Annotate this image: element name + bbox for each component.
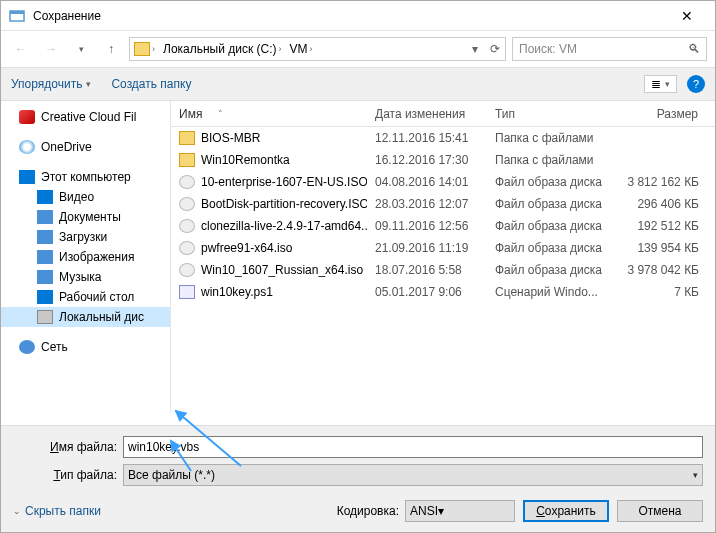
refresh-button[interactable]: ⟳ xyxy=(485,42,505,56)
recent-dropdown[interactable]: ▾ xyxy=(69,37,93,61)
close-button[interactable]: ✕ xyxy=(667,8,707,24)
file-type: Файл образа диска xyxy=(487,175,619,189)
file-row[interactable]: pwfree91-x64.iso21.09.2016 11:19Файл обр… xyxy=(171,237,715,259)
sidebar-item[interactable]: Видео xyxy=(1,187,170,207)
address-bar[interactable]: › Локальный диск (C:) › VM › ▾ ⟳ xyxy=(129,37,506,61)
sidebar-item[interactable]: Изображения xyxy=(1,247,170,267)
sidebar-item-label: Музыка xyxy=(59,270,101,284)
col-date[interactable]: Дата изменения xyxy=(367,107,487,121)
file-size: 7 КБ xyxy=(619,285,707,299)
file-name: Win10Remontka xyxy=(201,153,290,167)
vid-icon xyxy=(37,190,53,204)
file-icon xyxy=(179,285,195,299)
sidebar-item[interactable]: Документы xyxy=(1,207,170,227)
file-date: 28.03.2016 12:07 xyxy=(367,197,487,211)
sidebar-item[interactable]: Загрузки xyxy=(1,227,170,247)
svg-rect-1 xyxy=(10,11,24,14)
file-type: Файл образа диска xyxy=(487,263,619,277)
file-name: BootDisk-partition-recovery.ISO xyxy=(201,197,367,211)
file-type: Папка с файлами xyxy=(487,153,619,167)
file-name: pwfree91-x64.iso xyxy=(201,241,292,255)
breadcrumb-seg-0[interactable]: Локальный диск (C:) › xyxy=(159,38,286,60)
new-folder-button[interactable]: Создать папку xyxy=(111,77,191,91)
file-row[interactable]: Win10Remontka16.12.2016 17:30Папка с фай… xyxy=(171,149,715,171)
file-type: Папка с файлами xyxy=(487,131,619,145)
filetype-label: Тип файла: xyxy=(13,468,123,482)
cancel-button[interactable]: Отмена xyxy=(617,500,703,522)
address-dropdown[interactable]: ▾ xyxy=(465,42,485,56)
sidebar-item[interactable]: OneDrive xyxy=(1,137,170,157)
net-icon xyxy=(19,340,35,354)
file-date: 21.09.2016 11:19 xyxy=(367,241,487,255)
sidebar-item-label: Этот компьютер xyxy=(41,170,131,184)
organize-menu[interactable]: Упорядочить ▾ xyxy=(11,77,91,91)
drive-icon xyxy=(134,42,150,56)
col-name[interactable]: Имя ˄ xyxy=(171,107,367,121)
sort-indicator-icon: ˄ xyxy=(218,109,223,119)
title-bar: Сохранение ✕ xyxy=(1,1,715,31)
file-name: win10key.ps1 xyxy=(201,285,273,299)
sidebar-item-label: Загрузки xyxy=(59,230,107,244)
sidebar-item[interactable]: Этот компьютер xyxy=(1,167,170,187)
encoding-combo[interactable]: ANSI ▾ xyxy=(405,500,515,522)
img-icon xyxy=(37,250,53,264)
search-icon: 🔍︎ xyxy=(688,42,700,56)
file-name: 10-enterprise-1607-EN-US.ISO xyxy=(201,175,367,189)
file-icon xyxy=(179,263,195,277)
file-size: 3 812 162 КБ xyxy=(619,175,707,189)
up-button[interactable]: ↑ xyxy=(99,37,123,61)
breadcrumb-seg-1[interactable]: VM › xyxy=(286,38,317,60)
file-icon xyxy=(179,219,195,233)
nav-row: ← → ▾ ↑ › Локальный диск (C:) › VM › ▾ ⟳… xyxy=(1,31,715,67)
sidebar-item[interactable]: Рабочий стол xyxy=(1,287,170,307)
bottom-panel: Имя файла: Тип файла: Все файлы (*.*) ▾ … xyxy=(1,425,715,532)
filename-input[interactable] xyxy=(123,436,703,458)
file-row[interactable]: BIOS-MBR12.11.2016 15:41Папка с файлами xyxy=(171,127,715,149)
view-options[interactable]: ≣ ▾ xyxy=(644,75,677,93)
sidebar-item[interactable]: Локальный дис xyxy=(1,307,170,327)
file-type: Файл образа диска xyxy=(487,219,619,233)
file-date: 16.12.2016 17:30 xyxy=(367,153,487,167)
file-name: Win10_1607_Russian_x64.iso xyxy=(201,263,363,277)
file-row[interactable]: 10-enterprise-1607-EN-US.ISO04.08.2016 1… xyxy=(171,171,715,193)
help-button[interactable]: ? xyxy=(687,75,705,93)
sidebar-item-label: Локальный дис xyxy=(59,310,144,324)
file-icon xyxy=(179,241,195,255)
breadcrumb-root[interactable]: › xyxy=(130,38,159,60)
sidebar-item[interactable]: Creative Cloud Fil xyxy=(1,107,170,127)
save-button[interactable]: Сохранить xyxy=(523,500,609,522)
sidebar-item-label: OneDrive xyxy=(41,140,92,154)
file-icon xyxy=(179,175,195,189)
file-date: 09.11.2016 12:56 xyxy=(367,219,487,233)
encoding-value: ANSI xyxy=(410,504,438,518)
file-row[interactable]: BootDisk-partition-recovery.ISO28.03.201… xyxy=(171,193,715,215)
sidebar-item-label: Рабочий стол xyxy=(59,290,134,304)
file-size: 296 406 КБ xyxy=(619,197,707,211)
file-type: Сценарий Windo... xyxy=(487,285,619,299)
sidebar-item[interactable]: Сеть xyxy=(1,337,170,357)
file-header: Имя ˄ Дата изменения Тип Размер xyxy=(171,101,715,127)
toolbar: Упорядочить ▾ Создать папку ≣ ▾ ? xyxy=(1,67,715,101)
file-name: clonezilla-live-2.4.9-17-amd64... xyxy=(201,219,367,233)
hide-folders-button[interactable]: ⌄ Скрыть папки xyxy=(13,504,101,518)
back-button[interactable]: ← xyxy=(9,37,33,61)
col-type[interactable]: Тип xyxy=(487,107,619,121)
file-row[interactable]: clonezilla-live-2.4.9-17-amd64...09.11.2… xyxy=(171,215,715,237)
filetype-combo[interactable]: Все файлы (*.*) ▾ xyxy=(123,464,703,486)
col-size[interactable]: Размер xyxy=(619,107,707,121)
desk-icon xyxy=(37,290,53,304)
sidebar-item-label: Изображения xyxy=(59,250,134,264)
chevron-down-icon: ⌄ xyxy=(13,506,21,516)
sidebar-item[interactable]: Музыка xyxy=(1,267,170,287)
od-icon xyxy=(19,140,35,154)
chevron-down-icon: ▾ xyxy=(438,504,444,518)
file-type: Файл образа диска xyxy=(487,241,619,255)
file-row[interactable]: Win10_1607_Russian_x64.iso18.07.2016 5:5… xyxy=(171,259,715,281)
search-box[interactable]: Поиск: VM 🔍︎ xyxy=(512,37,707,61)
file-row[interactable]: win10key.ps105.01.2017 9:06Сценарий Wind… xyxy=(171,281,715,303)
file-area: Имя ˄ Дата изменения Тип Размер BIOS-MBR… xyxy=(171,101,715,413)
file-size: 3 978 042 КБ xyxy=(619,263,707,277)
forward-button[interactable]: → xyxy=(39,37,63,61)
window-title: Сохранение xyxy=(33,9,667,23)
hide-folders-label: Скрыть папки xyxy=(25,504,101,518)
